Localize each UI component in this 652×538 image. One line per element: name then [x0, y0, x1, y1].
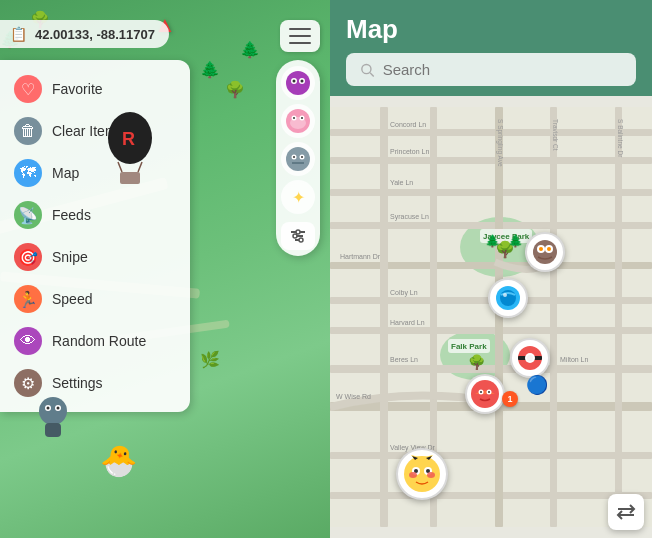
left-game-panel: 🌲 🌳 🌲 🌲 🌳 🌿 ▲ 📋 42.00133, -88.11707 ♡ Fa…: [0, 0, 330, 538]
sidebar-label-speed: Speed: [52, 291, 92, 307]
filter-icon[interactable]: [281, 222, 315, 250]
svg-text:W Wise Rd: W Wise Rd: [336, 393, 371, 400]
svg-rect-46: [330, 365, 652, 373]
svg-point-28: [39, 397, 67, 425]
map-roads-svg: Concord Ln Princeton Ln Yale Ln Syracuse…: [330, 96, 652, 538]
tree-decoration: 🌲: [200, 60, 220, 79]
svg-point-15: [301, 156, 303, 158]
svg-text:R: R: [122, 129, 135, 149]
svg-text:Beres Ln: Beres Ln: [390, 356, 418, 363]
svg-text:🌲: 🌲: [485, 233, 500, 248]
svg-point-22: [299, 238, 303, 242]
svg-rect-36: [330, 107, 652, 527]
right-map-panel: Map: [330, 0, 652, 538]
svg-point-31: [47, 407, 50, 410]
pikachu-character: 🐣: [100, 443, 137, 478]
favorite-icon: ♡: [14, 75, 42, 103]
svg-text:Syracuse Ln: Syracuse Ln: [390, 213, 429, 221]
svg-rect-43: [330, 262, 652, 269]
svg-point-101: [427, 472, 435, 478]
svg-line-35: [370, 72, 374, 76]
map-header: Map: [330, 0, 652, 96]
swap-map-button[interactable]: [608, 494, 644, 530]
pokemon-marker-sphere[interactable]: [488, 278, 528, 318]
pokemon-count-badge: 1: [502, 391, 518, 407]
svg-rect-41: [330, 189, 652, 196]
svg-point-81: [539, 247, 543, 251]
svg-point-4: [301, 80, 304, 83]
tree-decoration: 🌲: [240, 40, 260, 59]
sidebar-item-snipe[interactable]: 🎯 Snipe: [0, 236, 190, 278]
sidebar-label-favorite: Favorite: [52, 81, 103, 97]
sidebar-item-clear-items[interactable]: 🗑 Clear Items: [0, 110, 190, 152]
hamburger-line: [289, 35, 311, 37]
svg-point-14: [293, 156, 295, 158]
svg-point-20: [296, 230, 300, 234]
svg-text:Princeton Ln: Princeton Ln: [390, 148, 429, 155]
svg-text:Hartmann Dr: Hartmann Dr: [340, 253, 381, 260]
svg-rect-49: [330, 492, 652, 499]
svg-text:Falk Park: Falk Park: [451, 342, 487, 351]
sidebar-label-snipe: Snipe: [52, 249, 88, 265]
sidebar-item-favorite[interactable]: ♡ Favorite: [0, 68, 190, 110]
svg-text:Yale Ln: Yale Ln: [390, 179, 413, 186]
ground-character: [35, 395, 71, 448]
search-input[interactable]: [383, 61, 622, 78]
svg-text:Concord Ln: Concord Ln: [390, 121, 426, 128]
tree-decoration: 🌿: [200, 350, 220, 369]
sidebar-label-random-route: Random Route: [52, 333, 146, 349]
svg-point-100: [409, 472, 417, 478]
svg-rect-53: [550, 107, 557, 527]
sidebar-item-speed[interactable]: 🏃 Speed: [0, 278, 190, 320]
svg-point-34: [362, 64, 371, 73]
pokestop-icon[interactable]: 🔵: [526, 374, 548, 396]
svg-point-11: [286, 147, 310, 171]
svg-point-10: [301, 117, 303, 119]
search-icon: [360, 62, 375, 78]
svg-rect-50: [380, 107, 388, 527]
strip-icon-1[interactable]: [281, 66, 315, 100]
pokemon-marker-noctowl[interactable]: [525, 232, 565, 272]
svg-point-93: [480, 391, 482, 393]
sidebar-label-map: Map: [52, 165, 79, 181]
sidebar-label-settings: Settings: [52, 375, 103, 391]
strip-icon-2[interactable]: [281, 104, 315, 138]
svg-rect-42: [330, 222, 652, 229]
svg-rect-48: [330, 452, 652, 459]
feeds-icon: 📡: [14, 201, 42, 229]
strip-icon-3[interactable]: [281, 142, 315, 176]
hamburger-line: [289, 28, 311, 30]
search-bar[interactable]: [346, 53, 636, 86]
svg-point-82: [547, 247, 551, 251]
svg-point-21: [293, 234, 297, 238]
coordinates-bar: 📋 42.00133, -88.11707: [0, 20, 169, 48]
pokemon-marker-voltorb[interactable]: [510, 338, 550, 378]
svg-text:S Springling Ave: S Springling Ave: [496, 119, 504, 167]
svg-point-89: [527, 355, 533, 361]
sidebar-menu: ♡ Favorite 🗑 Clear Items 🗺 Map 📡 Feeds 🎯…: [0, 60, 190, 412]
svg-text:S Balintne Dr: S Balintne Dr: [617, 119, 624, 158]
clear-items-icon: 🗑: [14, 117, 42, 145]
sidebar-item-feeds[interactable]: 📡 Feeds: [0, 194, 190, 236]
svg-text:🌳: 🌳: [468, 354, 486, 371]
sidebar-item-settings[interactable]: ⚙ Settings: [0, 362, 190, 404]
svg-rect-39: [330, 129, 652, 136]
svg-line-26: [138, 162, 142, 172]
sidebar-item-random-route[interactable]: 👁 Random Route: [0, 320, 190, 362]
hamburger-menu[interactable]: [280, 20, 320, 52]
svg-point-94: [488, 391, 490, 393]
svg-rect-33: [45, 423, 61, 437]
random-route-icon: 👁: [14, 327, 42, 355]
map-title: Map: [346, 14, 636, 45]
strip-icon-star[interactable]: ✦: [281, 180, 315, 214]
svg-point-0: [286, 71, 310, 95]
pokemon-marker-pikachu[interactable]: [396, 448, 448, 500]
svg-point-9: [293, 117, 295, 119]
pokemon-marker-fletchling[interactable]: [465, 374, 505, 414]
svg-text:Harvard Ln: Harvard Ln: [390, 319, 425, 326]
sidebar-item-map[interactable]: 🗺 Map: [0, 152, 190, 194]
swap-icon: [615, 501, 637, 523]
pokemon-icon-strip: ✦: [276, 60, 320, 256]
svg-text:Colby Ln: Colby Ln: [390, 289, 418, 297]
svg-rect-45: [330, 327, 652, 334]
